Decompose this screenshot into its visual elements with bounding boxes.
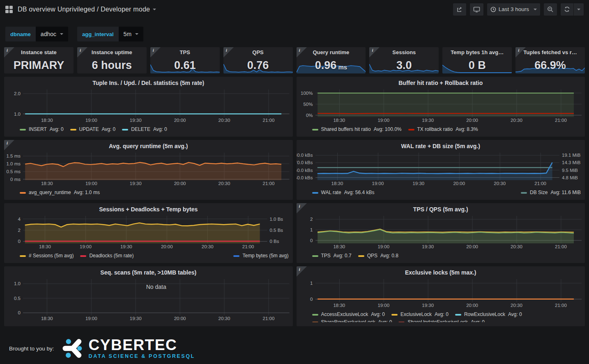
chart-title[interactable]: Exclusive locks (5m max.) bbox=[297, 269, 585, 279]
plot-area[interactable] bbox=[23, 153, 290, 180]
x-axis-label: 18:30 bbox=[41, 118, 53, 123]
x-axis: 18:3019:0019:3020:0020:3021:00 bbox=[23, 315, 290, 322]
x-axis-label: 20:30 bbox=[511, 244, 522, 249]
legend-item-db-size[interactable]: DB SizeAvg: 11.6 MiB bbox=[521, 189, 581, 197]
y-axis-label: 80.0 kBs bbox=[297, 153, 313, 158]
chart-title[interactable]: Avg. query runtime (5m avg.) bbox=[4, 143, 293, 153]
y-axis: 2.01.0 bbox=[4, 89, 23, 117]
refresh-button[interactable] bbox=[561, 3, 573, 16]
dashboard-title[interactable]: DB overview Unprivileged / Developer mod… bbox=[18, 6, 150, 13]
stat-title[interactable]: Instance uptime bbox=[77, 49, 147, 55]
share-button[interactable] bbox=[453, 3, 466, 16]
y-axis-label: 2.0 bbox=[14, 91, 21, 96]
series-line-tps bbox=[318, 229, 574, 233]
legend-item-shareupdateexclusivelock[interactable]: ShareUpdateExclusiveLockAvg: 0 bbox=[398, 318, 485, 322]
chart-title[interactable]: Sessions + Deadlocks + Temp bytes bbox=[4, 206, 293, 216]
legend-label: QPS bbox=[367, 252, 377, 260]
panel-info-icon[interactable]: i bbox=[297, 266, 307, 277]
variable-agg-interval[interactable]: agg_interval 5m bbox=[77, 27, 143, 41]
x-axis-label: 18:30 bbox=[39, 244, 51, 249]
y-axis-label: 50.0 kBs bbox=[297, 175, 313, 180]
variable-agg-interval-value-dropdown[interactable]: 5m bbox=[119, 27, 143, 41]
legend-item-temp-bytes-5m-avg[interactable]: Temp bytes (5m avg) bbox=[233, 252, 288, 260]
chart-title[interactable]: Tuple Ins. / Upd. / Del. statistics (5m … bbox=[4, 80, 293, 89]
legend-item-deadlocks-5m-rate[interactable]: Deadlocks (5m rate) bbox=[80, 252, 133, 260]
dashboard-grid-icon[interactable] bbox=[5, 6, 13, 13]
title-chevron-down-icon[interactable] bbox=[153, 9, 156, 10]
plot-area[interactable] bbox=[315, 153, 560, 180]
chevron-down-icon bbox=[60, 33, 63, 35]
legend-color-swatch bbox=[233, 255, 239, 257]
legend-color-swatch bbox=[20, 192, 26, 194]
x-axis-label: 19:00 bbox=[372, 181, 384, 186]
panel-info-icon[interactable]: i bbox=[369, 47, 380, 57]
legend-label: WAL rate bbox=[321, 189, 341, 197]
legend-item-qps[interactable]: QPSAvg: 0.8 bbox=[358, 252, 398, 260]
chart-panel-avg-query-runtime-5m-avg: iAvg. query runtime (5m avg.)1.5 ms1.0 m… bbox=[4, 140, 293, 200]
stat-title[interactable]: Tuples fetched vs r… bbox=[515, 49, 585, 55]
legend-label: DELETE bbox=[131, 126, 150, 133]
plot-area[interactable] bbox=[23, 216, 267, 243]
legend-item-shared-buffers-hit-ratio[interactable]: Shared buffers hit ratioAvg: 100.0% bbox=[312, 126, 402, 133]
panel-info-icon[interactable]: i bbox=[515, 47, 526, 57]
stat-value: 66.9% bbox=[515, 57, 585, 73]
legend-item-insert[interactable]: INSERTAvg: 0 bbox=[20, 126, 64, 133]
stat-title[interactable]: Sessions bbox=[369, 49, 439, 55]
legend-item-tx-rollback-ratio[interactable]: TX rollback ratioAvg: 8.3% bbox=[408, 126, 478, 133]
legend: AccessExclusiveLockAvg: 0ExclusiveLockAv… bbox=[312, 311, 581, 322]
y-axis-label: 2 bbox=[310, 217, 313, 222]
panel-info-icon[interactable]: i bbox=[297, 203, 307, 213]
panel-info-icon[interactable]: i bbox=[223, 47, 234, 57]
legend-item-sessions-5m-avg[interactable]: # Sessions (5m avg) bbox=[20, 252, 74, 260]
x-axis-label: 21:00 bbox=[263, 316, 275, 321]
y-axis-label: 0% bbox=[306, 113, 313, 118]
panel-info-icon[interactable]: i bbox=[4, 47, 14, 57]
legend-item-exclusivelock[interactable]: ExclusiveLockAvg: 0 bbox=[391, 311, 449, 318]
panel-info-icon[interactable]: i bbox=[150, 47, 161, 57]
panel-info-icon[interactable]: i bbox=[4, 140, 14, 150]
plot-area[interactable] bbox=[315, 279, 582, 302]
legend-item-update[interactable]: UPDATEAvg: 0 bbox=[70, 126, 116, 133]
stat-value: 6 hours bbox=[77, 57, 147, 73]
y-axis-label: 0 bbox=[18, 310, 21, 315]
stat-title[interactable]: QPS bbox=[223, 49, 293, 55]
panel-info-icon[interactable]: i bbox=[77, 47, 87, 57]
legend-item-rowexclusivelock[interactable]: RowExclusiveLockAvg: 0 bbox=[455, 311, 522, 318]
time-range-picker[interactable]: Last 3 hours bbox=[487, 3, 540, 16]
stat-title[interactable]: Query runtime bbox=[297, 49, 366, 55]
legend-item-tps[interactable]: TPSAvg: 0.7 bbox=[312, 252, 352, 260]
legend-item-avg-query-runtime[interactable]: avg_query_runtimeAvg: 1.0 ms bbox=[20, 189, 100, 197]
tv-mode-button[interactable] bbox=[470, 3, 483, 16]
chart-title[interactable]: Buffer hit ratio + Rollback ratio bbox=[297, 80, 585, 89]
stat-value: PRIMARY bbox=[4, 57, 74, 73]
plot-area[interactable] bbox=[315, 89, 582, 117]
x-axis: 18:3019:0019:3020:0020:3021:00 bbox=[23, 243, 267, 250]
plot-area[interactable] bbox=[315, 216, 582, 243]
chart-title[interactable]: TPS / QPS (5m avg.) bbox=[297, 206, 585, 216]
legend-item-wal-rate[interactable]: WAL rateAvg: 56.4 kBs bbox=[312, 189, 375, 197]
legend-item-delete[interactable]: DELETEAvg: 0 bbox=[122, 126, 167, 133]
footer: Brought to you by: CYBERTEC DATA SCIENCE… bbox=[9, 337, 589, 360]
refresh-interval-caret-button[interactable] bbox=[574, 3, 584, 16]
plot-area[interactable]: No data bbox=[23, 279, 290, 315]
y-axis-label: 1.0 ms bbox=[6, 161, 21, 166]
panel-info-icon[interactable]: i bbox=[297, 47, 307, 57]
x-axis-label: 19:00 bbox=[377, 118, 389, 123]
variable-dbname-value-dropdown[interactable]: adhoc bbox=[36, 27, 68, 41]
plot-area[interactable] bbox=[23, 89, 290, 117]
legend-item-accessexclusivelock[interactable]: AccessExclusiveLockAvg: 0 bbox=[312, 311, 385, 318]
variable-dbname[interactable]: dbname adhoc bbox=[5, 27, 68, 41]
y-axis: 100%50%0% bbox=[297, 89, 315, 117]
stat-title[interactable]: TPS bbox=[150, 49, 220, 55]
x-axis-label: 20:30 bbox=[511, 118, 522, 123]
zoom-out-button[interactable] bbox=[544, 3, 557, 16]
legend-color-swatch bbox=[312, 255, 318, 257]
stat-title[interactable]: Temp bytes 1h avg… bbox=[442, 49, 512, 55]
legend-item-sharerowexclusivelock[interactable]: ShareRowExclusiveLockAvg: 0 bbox=[312, 318, 392, 322]
chart-title[interactable]: Seq. scans (5m rate, >10MB tables) bbox=[4, 269, 293, 279]
chart-title[interactable]: WAL rate + DB size (5m avg.) bbox=[297, 143, 585, 153]
x-axis-label: 20:00 bbox=[174, 118, 186, 123]
stat-title[interactable]: Instance state bbox=[4, 49, 74, 55]
legend-avg: Avg: 0.8 bbox=[380, 252, 398, 260]
cybertec-logo-link[interactable]: CYBERTEC DATA SCIENCE & POSTGRESQL bbox=[61, 337, 195, 360]
